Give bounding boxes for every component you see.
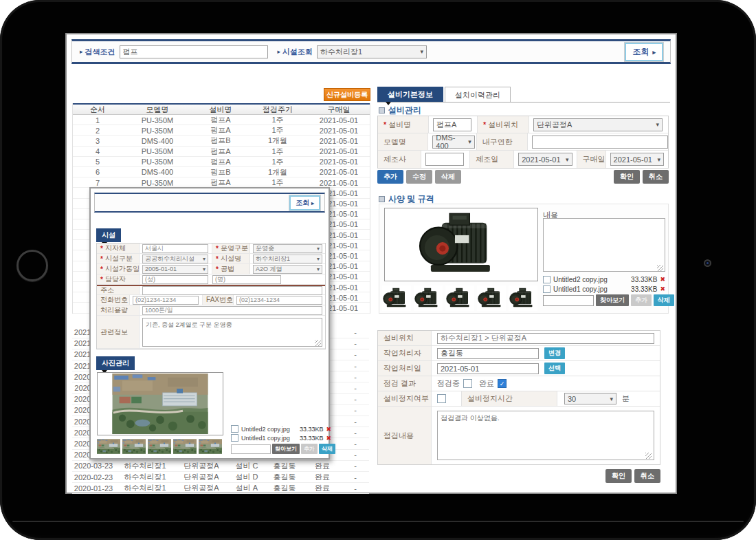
cancel-button[interactable]: 취소 [643, 170, 669, 184]
spec-file-input[interactable] [543, 295, 594, 306]
buy-date-select[interactable]: 2021-05-01 ▾ [610, 153, 664, 166]
person-last-input[interactable] [142, 275, 208, 284]
insp-content-textarea[interactable]: 점검결과 이상없음. [437, 411, 654, 460]
facility-photo-thumbnails [97, 438, 222, 455]
chevron-down-icon: ▾ [468, 138, 471, 145]
photo-thumbnail[interactable] [173, 438, 197, 455]
table-cell: 2021-05-01 [307, 147, 371, 155]
history-row[interactable]: 2020-03-23하수처리장1단위공정A설비 C홍길동완료- [72, 461, 369, 472]
home-button[interactable] [16, 250, 48, 281]
photo-manage-tab[interactable]: 사진관리 [96, 356, 135, 370]
lifespan-input[interactable] [532, 136, 668, 149]
new-equipment-button[interactable]: 신규설비등록 [324, 88, 370, 101]
table-row[interactable]: 4PU-350M펌프A1주2021-05-01 [73, 147, 370, 157]
search-condition-label: 검색조건 [85, 47, 115, 57]
resize-handle[interactable] [645, 453, 652, 459]
edit-button[interactable]: 수정 [406, 170, 432, 184]
gov-input[interactable] [142, 244, 208, 253]
popup-query-button[interactable]: 조회 ▸ [289, 195, 320, 210]
table-row[interactable]: 6DMS-400펌프B1개월2021-05-01 [73, 167, 370, 177]
table-cell: - [342, 373, 369, 381]
table-cell: - [342, 395, 369, 403]
popup-file-list: Untitled2 copy.jpg33.33KB✖Untitled1 copy… [231, 424, 331, 442]
photo-thumbnail[interactable] [122, 438, 146, 455]
stop-checkbox[interactable] [437, 394, 446, 403]
confirm-button[interactable]: 확인 [614, 170, 640, 184]
person-first-input[interactable] [212, 275, 281, 284]
table-row[interactable]: 2PU-350M펌프A1주2021-05-01 [73, 125, 370, 136]
tab-equipment-info[interactable]: 설비기본정보 [377, 87, 443, 102]
photo-thumbnail[interactable] [477, 285, 506, 311]
history-row[interactable]: 2020-02-23하수처리장1단위공정A설비 D홍길동완료- [72, 472, 369, 483]
ftype-select[interactable]: 공공하수처리시설▾ [142, 255, 208, 263]
photo-thumbnail[interactable] [414, 285, 443, 311]
inspection-confirm-button[interactable]: 확인 [605, 469, 632, 483]
checking-checkbox[interactable] [463, 379, 472, 388]
column-header: 순서 [73, 105, 122, 115]
file-checkbox[interactable] [231, 434, 238, 442]
delete-file-button[interactable]: 삭제 [654, 294, 674, 306]
tab-install-history[interactable]: 설치이력관리 [445, 87, 511, 102]
delete-file-icon[interactable]: ✖ [326, 435, 331, 442]
insp-location-input[interactable] [437, 333, 654, 344]
resize-handle[interactable] [657, 265, 663, 271]
maker-input[interactable] [425, 153, 464, 166]
popup-file-input[interactable] [231, 444, 271, 454]
photo-thumbnail[interactable] [199, 438, 222, 455]
equipment-photo-thumbnails [382, 285, 540, 311]
photo-thumbnail[interactable] [148, 438, 171, 455]
delete-file-icon[interactable]: ✖ [660, 285, 665, 292]
file-checkbox[interactable] [231, 425, 238, 433]
add-button[interactable]: 추가 [377, 170, 403, 184]
pick-date-button[interactable]: 선택 [544, 363, 565, 374]
table-cell: PU-350M [122, 179, 192, 187]
delete-file-icon[interactable]: ✖ [326, 426, 331, 433]
model-label: 모델명 [383, 137, 406, 147]
photo-thumbnail[interactable] [382, 285, 411, 311]
file-checkbox[interactable] [543, 276, 551, 283]
table-cell: 2 [73, 127, 122, 135]
add-file-button[interactable]: 추가 [631, 294, 652, 306]
popup-browse-button[interactable]: 찾아보기 [272, 444, 300, 454]
history-row[interactable]: 2020-01-23하수처리장1단위공정A설비 A홍길동완료- [72, 483, 369, 494]
equip-name-input[interactable] [433, 118, 471, 131]
table-row[interactable]: 5PU-350M펌프A1주2021-05-01 [73, 157, 370, 167]
photo-thumbnail[interactable] [509, 285, 537, 311]
tablet-frame: ▸ 검색조건 ▸ 시설조회 하수처리장1 ▾ 조회▸ 신규설비등록 순서모델명설… [0, 0, 756, 540]
method-select[interactable]: A2O 계열▾ [253, 265, 322, 274]
browse-button[interactable]: 찾아보기 [596, 294, 629, 306]
workdate-input[interactable] [437, 363, 539, 374]
addr-input[interactable] [142, 286, 322, 295]
motor-image [410, 212, 513, 277]
startdate-select[interactable]: 2005-01-01▾ [142, 265, 208, 274]
delete-button[interactable]: 삭제 [435, 170, 461, 184]
photo-thumbnail[interactable] [97, 438, 120, 455]
fname-select[interactable]: 하수처리장1▾ [253, 255, 322, 263]
info-textarea[interactable]: 기존, 증설 2계열로 구분 운영중 [142, 318, 322, 347]
resize-handle[interactable] [315, 340, 321, 346]
worker-input[interactable] [437, 348, 539, 359]
inspection-cancel-button[interactable]: 취소 [634, 469, 660, 483]
delete-file-icon[interactable]: ✖ [660, 276, 665, 283]
equip-location-select[interactable]: 단위공정A ▾ [533, 118, 663, 131]
mfg-date-select[interactable]: 2021-05-01 ▾ [518, 153, 572, 166]
op-select[interactable]: 운영중▾ [253, 244, 322, 253]
search-condition-input[interactable] [120, 45, 268, 58]
tel-input[interactable] [133, 296, 199, 305]
table-row[interactable]: 3DMS-400펌프B1개월2021-05-01 [73, 136, 370, 146]
popup-delete-file-button[interactable]: 삭제 [319, 444, 335, 454]
facility-select-label: 시설조회 [282, 47, 313, 57]
change-worker-button[interactable]: 변경 [544, 347, 565, 359]
fax-input[interactable] [236, 296, 322, 305]
file-checkbox[interactable] [543, 285, 551, 293]
table-row[interactable]: 1PU-350M펌프A1주2021-05-01 [73, 115, 370, 125]
facility-tab[interactable]: 시설 [96, 228, 121, 242]
table-cell: PU-350M [122, 116, 192, 125]
capacity-input[interactable] [142, 306, 322, 315]
popup-add-file-button[interactable]: 추가 [301, 444, 318, 454]
photo-thumbnail[interactable] [445, 285, 474, 311]
done-checkbox[interactable]: ✓ [498, 379, 507, 388]
spec-content-textarea[interactable] [543, 218, 665, 272]
stoptime-select[interactable]: 30 ▾ [564, 393, 616, 404]
model-select[interactable]: DMS-400 ▾ [432, 136, 474, 149]
